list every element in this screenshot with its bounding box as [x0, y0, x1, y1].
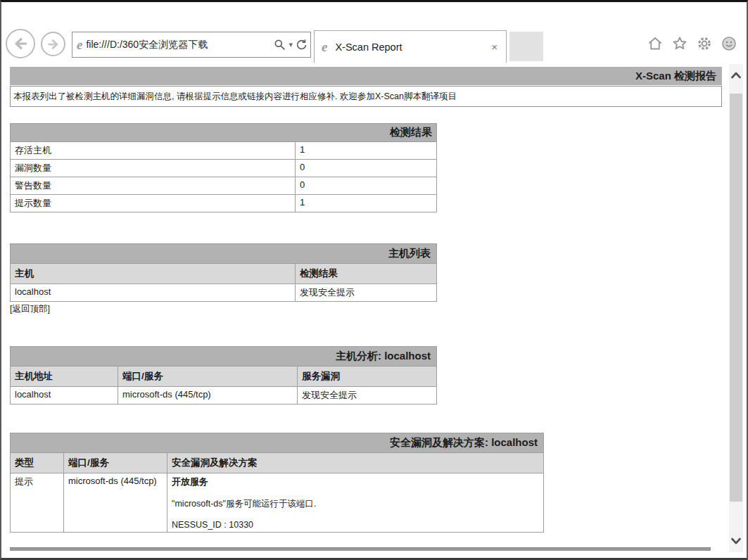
vertical-scrollbar[interactable] [729, 64, 743, 552]
tab-xscan-report[interactable]: e X-Scan Report × [314, 30, 507, 63]
summary-label: 提示数量 [11, 195, 296, 212]
report-description: 本报表列出了被检测主机的详细漏洞信息, 请根据提示信息或链接内容进行相应修补. … [10, 86, 722, 107]
vuln-port-cell: microsoft-ds (445/tcp) [64, 473, 167, 533]
back-to-top-link[interactable]: [返回顶部] [10, 303, 50, 315]
gear-icon [696, 35, 713, 52]
service-vuln-cell: 发现安全提示 [298, 387, 437, 405]
address-bar-tools: ▾ [272, 39, 308, 51]
table-row: 漏洞数量 0 [11, 160, 437, 177]
table-row: 存活主机 1 [11, 142, 437, 160]
host-list-title: 主机列表 [11, 244, 437, 264]
address-bar[interactable]: e file:///D:/360安全浏览器下载 ▾ [72, 32, 311, 58]
column-header: 检测结果 [296, 264, 437, 284]
table-header-row: 主机 检测结果 [11, 264, 437, 284]
column-header: 主机 [11, 264, 296, 284]
report-page: X-Scan 检测报告 本报表列出了被检测主机的详细漏洞信息, 请根据提示信息或… [8, 64, 723, 555]
column-header: 类型 [11, 453, 64, 473]
vuln-nessus-id: NESSUS_ID : 10330 [172, 520, 539, 530]
table-header-row: 主机地址 端口/服务 服务漏洞 [11, 367, 437, 387]
forward-icon [46, 37, 61, 52]
column-header: 端口/服务 [64, 453, 167, 473]
vuln-type-cell: 提示 [11, 473, 64, 533]
summary-label: 警告数量 [11, 177, 296, 195]
home-icon [647, 35, 664, 52]
summary-table-title: 检测结果 [11, 124, 437, 142]
scroll-up-button[interactable] [729, 64, 743, 87]
smiley-icon [721, 35, 737, 52]
table-row: localhost 发现安全提示 [11, 284, 437, 302]
url-input[interactable]: file:///D:/360安全浏览器下载 [86, 39, 272, 51]
new-tab-button[interactable] [509, 32, 543, 61]
chevron-down-icon[interactable]: ▾ [289, 40, 293, 49]
table-row: 提示数量 1 [11, 195, 437, 212]
vuln-detail-text: "microsoft-ds"服务可能运行于该端口. [172, 498, 539, 510]
summary-value: 1 [296, 195, 437, 212]
search-icon[interactable] [274, 39, 286, 51]
summary-table: 检测结果 存活主机 1 漏洞数量 0 警告数量 0 提示数量 1 [10, 123, 437, 212]
result-cell: 发现安全提示 [296, 284, 437, 302]
page-title: X-Scan 检测报告 [10, 67, 722, 85]
vuln-service-name: 开放服务 [172, 476, 539, 488]
spacer [172, 488, 539, 498]
favorites-button[interactable] [671, 34, 689, 53]
column-header: 服务漏洞 [298, 367, 437, 387]
forward-button[interactable] [41, 32, 65, 56]
column-header: 安全漏洞及解决方案 [167, 453, 544, 473]
vulnerability-table: 安全漏洞及解决方案: localhost 类型 端口/服务 安全漏洞及解决方案 … [10, 433, 544, 533]
refresh-icon[interactable] [296, 39, 308, 51]
summary-value: 1 [296, 142, 437, 160]
column-header: 主机地址 [11, 367, 118, 387]
host-cell[interactable]: localhost [11, 284, 296, 302]
back-icon [11, 34, 30, 53]
summary-label: 漏洞数量 [11, 160, 296, 177]
table-row: localhost microsoft-ds (445/tcp) 发现安全提示 [11, 387, 437, 405]
browser-window: × e file:///D:/360安全浏览器下载 ▾ [0, 0, 748, 560]
table-row: 提示 microsoft-ds (445/tcp) 开放服务 "microsof… [11, 473, 544, 533]
back-button[interactable] [6, 29, 35, 58]
summary-value: 0 [296, 177, 437, 195]
scroll-down-button[interactable] [729, 530, 743, 552]
summary-label: 存活主机 [11, 142, 296, 160]
host-analysis-title: 主机分析: localhost [11, 347, 437, 367]
star-icon [671, 35, 688, 52]
toolbar-icons [646, 34, 738, 53]
table-header-row: 类型 端口/服务 安全漏洞及解决方案 [11, 453, 544, 473]
port-service-cell: microsoft-ds (445/tcp) [118, 387, 298, 405]
ie-logo-icon: e [75, 38, 86, 51]
tab-title: X-Scan Report [331, 42, 488, 53]
page-bottom-divider [10, 547, 711, 551]
column-header: 端口/服务 [118, 367, 298, 387]
summary-value: 0 [296, 160, 437, 177]
chevron-down-icon [731, 537, 741, 545]
table-row: 警告数量 0 [11, 177, 437, 195]
home-button[interactable] [646, 34, 664, 53]
settings-button[interactable] [695, 34, 714, 53]
feedback-button[interactable] [720, 34, 738, 53]
host-analysis-table: 主机分析: localhost 主机地址 端口/服务 服务漏洞 localhos… [10, 346, 437, 405]
vuln-detail-cell: 开放服务 "microsoft-ds"服务可能运行于该端口. NESSUS_ID… [167, 473, 544, 533]
chevron-up-icon [731, 72, 741, 79]
host-list-table: 主机列表 主机 检测结果 localhost 发现安全提示 [10, 243, 437, 302]
scrollbar-thumb[interactable] [730, 94, 742, 502]
host-address-cell: localhost [11, 387, 118, 405]
ie-logo-icon: e [320, 40, 331, 53]
vulnerability-title: 安全漏洞及解决方案: localhost [11, 433, 544, 453]
browser-chrome: e file:///D:/360安全浏览器下载 ▾ e X-Scan Repor… [1, 2, 747, 63]
tab-close-icon[interactable]: × [488, 41, 500, 53]
spacer [172, 510, 539, 520]
